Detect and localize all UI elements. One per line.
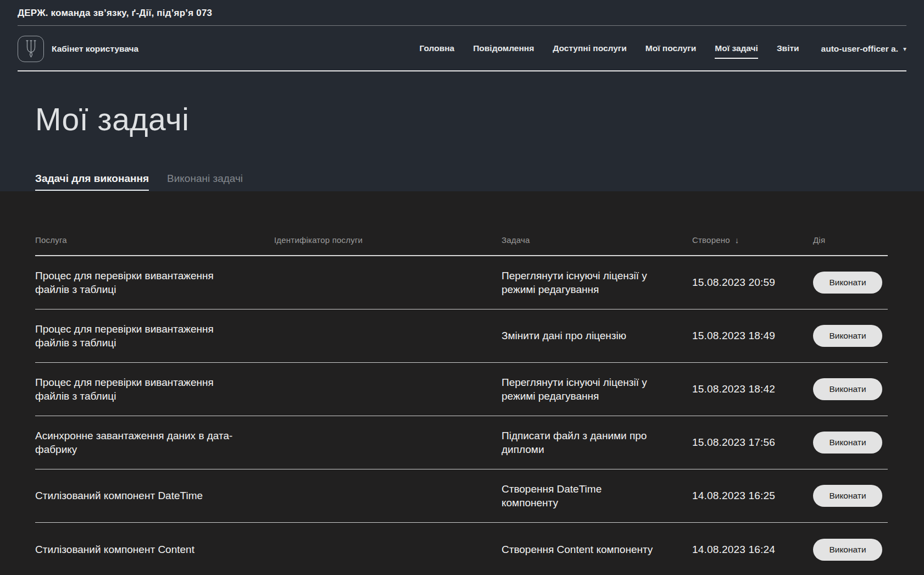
app-header: Кабінет користувача Головна Повідомлення… <box>0 26 924 71</box>
nav-item-available-services[interactable]: Доступні послуги <box>553 41 627 57</box>
cell-action: Виконати <box>813 378 888 400</box>
table-row: Процес для перевірки вивантаження файлів… <box>35 256 888 309</box>
sort-desc-icon: ↓ <box>735 235 739 245</box>
cell-task: Переглянути існуючі ліцензії у режимі ре… <box>502 269 692 296</box>
table-row: Стилізований компонент DateTime Створенн… <box>35 469 888 523</box>
tab-tasks-todo[interactable]: Задачі для виконання <box>35 173 149 191</box>
org-banner-text: ДЕРЖ. команда зв’язку, ґ-Дії, під’яр’я 0… <box>18 8 212 19</box>
user-menu[interactable]: auto-user-officer a. ▾ <box>821 44 906 54</box>
tasks-section: Послуга Ідентифікатор послуги Задача Ств… <box>0 191 924 575</box>
execute-button[interactable]: Виконати <box>813 325 882 347</box>
nav-item-messages[interactable]: Повідомлення <box>473 41 534 57</box>
cell-action: Виконати <box>813 485 888 507</box>
column-header-created[interactable]: Створено ↓ <box>692 235 813 255</box>
column-header-task: Задача <box>502 235 692 255</box>
org-banner: ДЕРЖ. команда зв’язку, ґ-Дії, під’яр’я 0… <box>0 0 924 26</box>
nav-item-reports[interactable]: Звіти <box>777 41 799 57</box>
cell-action: Виконати <box>813 325 888 347</box>
nav-item-my-services[interactable]: Мої послуги <box>645 41 697 57</box>
execute-button[interactable]: Виконати <box>813 432 882 454</box>
column-header-created-label: Створено <box>692 235 730 245</box>
execute-button[interactable]: Виконати <box>813 272 882 294</box>
execute-button[interactable]: Виконати <box>813 539 882 561</box>
page-title: Мої задачі <box>35 101 189 137</box>
cell-created: 15.08.2023 20:59 <box>692 275 813 289</box>
chevron-down-icon: ▾ <box>903 46 906 52</box>
trident-logo-icon <box>18 36 44 62</box>
main-nav: Головна Повідомлення Доступні послуги Мо… <box>420 41 907 57</box>
tab-bar: Задачі для виконання Виконані задачі <box>35 173 243 191</box>
cell-created: 15.08.2023 18:49 <box>692 329 813 342</box>
cell-service: Процес для перевірки вивантаження файлів… <box>35 375 274 403</box>
cell-created: 15.08.2023 17:56 <box>692 435 813 449</box>
cell-service: Процес для перевірки вивантаження файлів… <box>35 269 274 296</box>
brand-label: Кабінет користувача <box>52 44 138 54</box>
column-header-service: Послуга <box>35 235 274 255</box>
cell-task: Підписати файл з даними про дипломи <box>502 429 692 456</box>
table-row: Процес для перевірки вивантаження файлів… <box>35 309 888 363</box>
page-hero: Мої задачі Задачі для виконання Виконані… <box>0 71 924 191</box>
tasks-table: Послуга Ідентифікатор послуги Задача Ств… <box>35 191 888 575</box>
nav-item-home[interactable]: Головна <box>420 41 455 57</box>
tab-tasks-done-label: Виконані задачі <box>167 173 243 184</box>
cell-created: 14.08.2023 16:24 <box>692 543 813 556</box>
cell-task: Переглянути існуючі ліцензії у режимі ре… <box>502 375 692 403</box>
column-header-action: Дія <box>813 235 888 255</box>
cell-action: Виконати <box>813 539 888 561</box>
brand-home-link[interactable]: Кабінет користувача <box>18 36 138 62</box>
cell-action: Виконати <box>813 272 888 294</box>
cell-service: Асинхронне завантаження даних в дата-фаб… <box>35 429 274 456</box>
tab-tasks-done[interactable]: Виконані задачі <box>167 173 243 191</box>
cell-service: Процес для перевірки вивантаження файлів… <box>35 322 274 350</box>
cell-created: 14.08.2023 16:25 <box>692 489 813 502</box>
table-row: Процес для перевірки вивантаження файлів… <box>35 363 888 416</box>
column-header-identifier: Ідентифікатор послуги <box>274 235 502 255</box>
cell-task: Створення Content компоненту <box>502 543 692 556</box>
cell-task: Створення DateTime компоненту <box>502 482 692 510</box>
nav-item-my-tasks[interactable]: Мої задачі <box>715 41 758 57</box>
execute-button[interactable]: Виконати <box>813 378 882 400</box>
user-name: auto-user-officer a. <box>821 44 898 54</box>
table-row: Стилізований компонент Content Створення… <box>35 523 888 575</box>
cell-action: Виконати <box>813 432 888 454</box>
tab-tasks-todo-label: Задачі для виконання <box>35 173 149 184</box>
cell-service: Стилізований компонент Content <box>35 543 274 556</box>
table-row: Асинхронне завантаження даних в дата-фаб… <box>35 416 888 469</box>
cell-task: Змінити дані про ліцензію <box>502 329 692 342</box>
cell-created: 15.08.2023 18:42 <box>692 382 813 396</box>
execute-button[interactable]: Виконати <box>813 485 882 507</box>
cell-service: Стилізований компонент DateTime <box>35 489 274 502</box>
table-header-row: Послуга Ідентифікатор послуги Задача Ств… <box>35 191 888 256</box>
